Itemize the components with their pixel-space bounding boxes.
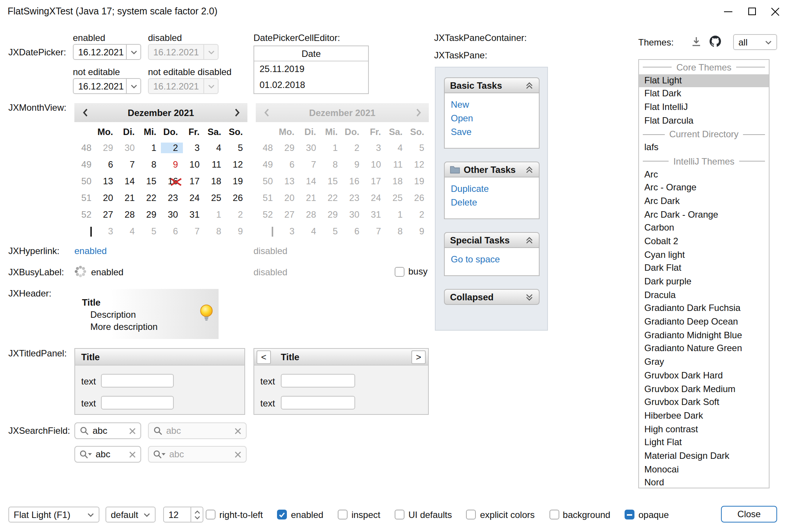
day-cell[interactable]: 23 (161, 193, 183, 203)
checkbox-box[interactable] (625, 510, 634, 519)
theme-item[interactable]: Monocai (639, 463, 769, 476)
taskpane-link[interactable]: Open (451, 111, 533, 125)
github-icon[interactable] (710, 36, 721, 47)
text-input[interactable] (281, 374, 355, 388)
theme-item[interactable]: High contrast (639, 423, 769, 436)
checkbox-box[interactable] (277, 510, 287, 519)
day-cell[interactable]: 17 (183, 176, 204, 187)
taskpane-header[interactable]: Collapsed (444, 289, 540, 305)
theme-item[interactable]: Cyan light (639, 248, 769, 262)
theme-item[interactable]: Gruvbox Dark Soft (639, 396, 769, 409)
datepicker-dropdown-button[interactable] (126, 45, 140, 59)
day-cell[interactable]: 11 (204, 159, 226, 170)
checkbox-enabled[interactable]: enabled (277, 509, 323, 520)
day-cell[interactable]: 5 (226, 143, 247, 153)
day-cell[interactable]: 20 (96, 193, 118, 203)
day-cell[interactable]: 9 (226, 226, 247, 237)
day-cell[interactable]: 3 (183, 143, 204, 153)
day-cell[interactable]: 18 (204, 176, 226, 187)
busy-checkbox[interactable]: busy (395, 266, 428, 277)
theme-item[interactable]: lafs (639, 141, 769, 154)
day-cell[interactable]: 29 (139, 209, 161, 220)
search-field[interactable]: abc (74, 446, 141, 463)
theme-item[interactable]: Gruvbox Dark Medium (639, 383, 769, 396)
theme-item[interactable]: Material Design Dark (639, 450, 769, 463)
theme-item[interactable]: Cobalt 2 (639, 235, 769, 248)
datepicker-not-editable[interactable]: 16.12.2021 (73, 78, 141, 94)
checkbox-box[interactable] (549, 510, 559, 519)
taskpane-link[interactable]: New (451, 98, 533, 111)
day-cell[interactable]: 2 (161, 143, 183, 153)
spinner-up-icon[interactable] (194, 510, 200, 514)
day-cell[interactable]: 28 (118, 209, 139, 220)
day-cell[interactable]: 19 (226, 176, 247, 187)
checkbox-inspect[interactable]: inspect (338, 509, 380, 520)
clear-icon[interactable] (129, 427, 136, 434)
theme-item[interactable]: Arc (639, 168, 769, 181)
theme-item[interactable]: Flat IntelliJ (639, 101, 769, 114)
day-cell[interactable]: 12 (226, 159, 247, 170)
day-cell[interactable]: 22 (139, 193, 161, 203)
day-cell[interactable]: 13 (96, 176, 118, 187)
theme-item[interactable]: Arc Dark - Orange (639, 208, 769, 221)
maximize-button[interactable] (740, 0, 763, 23)
panel-right-button[interactable]: > (411, 350, 426, 364)
window-close-button[interactable] (763, 0, 787, 23)
day-cell[interactable]: 4 (204, 143, 226, 153)
day-cell[interactable]: 9 (161, 159, 183, 170)
day-cell[interactable]: 25 (204, 193, 226, 203)
day-cell[interactable]: 21 (118, 193, 139, 203)
day-cell[interactable]: 14 (118, 176, 139, 187)
taskpane-link[interactable]: Delete (451, 196, 533, 209)
checkbox-box[interactable] (206, 510, 216, 519)
checkbox-opaque[interactable]: opaque (625, 509, 669, 520)
checkbox-right-to-left[interactable]: right-to-left (206, 509, 263, 520)
theme-item[interactable]: Gray (639, 356, 769, 369)
day-cell[interactable]: 31 (183, 209, 204, 220)
theme-combobox[interactable]: Flat Light (F1) (8, 507, 99, 523)
day-cell[interactable]: 1 (204, 209, 226, 220)
checkbox-box[interactable] (395, 510, 405, 519)
minimize-button[interactable] (716, 0, 740, 23)
theme-item[interactable]: Hiberbee Dark (639, 410, 769, 423)
day-cell[interactable]: 1 (139, 143, 161, 153)
day-cell[interactable]: 24 (183, 193, 204, 203)
taskpane-header[interactable]: Other Tasks (444, 162, 540, 177)
theme-item[interactable]: Light Flat (639, 436, 769, 450)
taskpane-header[interactable]: Basic Tasks (444, 77, 540, 93)
datepicker-dropdown-button[interactable] (126, 79, 140, 93)
theme-item[interactable]: Arc Dark (639, 195, 769, 208)
checkbox-background[interactable]: background (549, 509, 610, 520)
theme-item[interactable]: Dracula (639, 289, 769, 302)
theme-item[interactable]: Flat Dark (639, 88, 769, 101)
day-cell[interactable]: 3 (96, 226, 118, 237)
text-input[interactable] (101, 374, 174, 388)
panel-left-button[interactable]: < (257, 350, 271, 364)
day-cell[interactable]: 7 (118, 159, 139, 170)
text-input[interactable] (101, 396, 174, 410)
checkbox-explicit-colors[interactable]: explicit colors (466, 509, 535, 520)
search-field[interactable]: abc (74, 422, 141, 439)
theme-item[interactable]: Arc - Orange (639, 181, 769, 195)
day-cell[interactable]: 29 (96, 143, 118, 153)
theme-item[interactable]: Gradianto Nature Green (639, 342, 769, 356)
day-cell[interactable]: 6 (161, 226, 183, 237)
day-cell[interactable]: 5 (139, 226, 161, 237)
next-month-button[interactable] (231, 108, 242, 117)
day-cell[interactable]: 6 (96, 159, 118, 170)
day-cell[interactable]: 2 (226, 209, 247, 220)
day-cell[interactable]: 15 (139, 176, 161, 187)
font-combobox[interactable]: default (105, 507, 156, 523)
checkbox-box[interactable] (338, 510, 348, 519)
clear-icon[interactable] (129, 451, 136, 458)
taskpane-link[interactable]: Save (451, 125, 533, 139)
taskpane-link[interactable]: Go to space (451, 253, 533, 266)
datepicker-enabled[interactable]: 16.12.2021 (73, 44, 141, 60)
day-cell[interactable]: 10 (183, 159, 204, 170)
theme-item[interactable]: Flat Darcula (639, 115, 769, 128)
theme-item[interactable]: Dark purple (639, 275, 769, 289)
day-cell[interactable]: 26 (226, 193, 247, 203)
themes-filter-combobox[interactable]: all (733, 34, 777, 50)
text-input[interactable] (281, 396, 355, 410)
theme-item[interactable]: Flat Light (639, 74, 769, 87)
